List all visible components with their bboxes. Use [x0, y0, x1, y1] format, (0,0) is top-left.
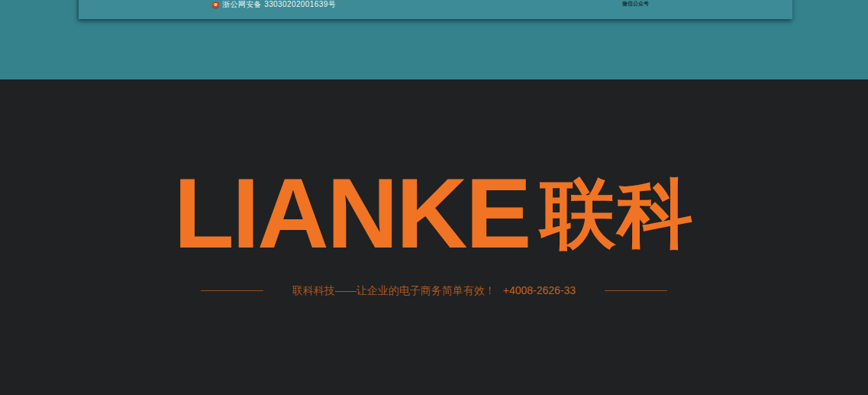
police-badge-icon: [212, 2, 219, 8]
logo-cjk-text: 联科: [540, 176, 694, 251]
logo-latin-text: LIANKE: [174, 164, 530, 263]
content-panel-bottom: 浙公网安备 33030202001639号 微信公众号: [79, 0, 792, 19]
tagline-right-divider: [605, 290, 667, 291]
beian-number-text: 浙公网安备 33030202001639号: [222, 1, 336, 8]
footer-tagline: 联科科技——让企业的电子商务简单有效！ +4008-2626-33: [292, 284, 576, 296]
footer-tagline-row: 联科科技——让企业的电子商务简单有效！ +4008-2626-33: [0, 284, 868, 296]
tagline-slogan-text: 联科科技——让企业的电子商务简单有效！: [292, 284, 495, 296]
page-bottom-teal-section: 浙公网安备 33030202001639号 微信公众号: [0, 0, 868, 79]
beian-link[interactable]: 浙公网安备 33030202001639号: [212, 1, 336, 8]
tagline-phone-number: +4008-2626-33: [503, 284, 576, 296]
footer-brand-section: LIANKE 联科 联科科技——让企业的电子商务简单有效！ +4008-2626…: [0, 79, 868, 395]
page: 浙公网安备 33030202001639号 微信公众号 LIANKE 联科 联科…: [0, 0, 868, 395]
wechat-qr-caption: 微信公众号: [622, 1, 649, 7]
tagline-left-divider: [201, 290, 263, 291]
lianke-logo: LIANKE 联科: [0, 164, 868, 263]
